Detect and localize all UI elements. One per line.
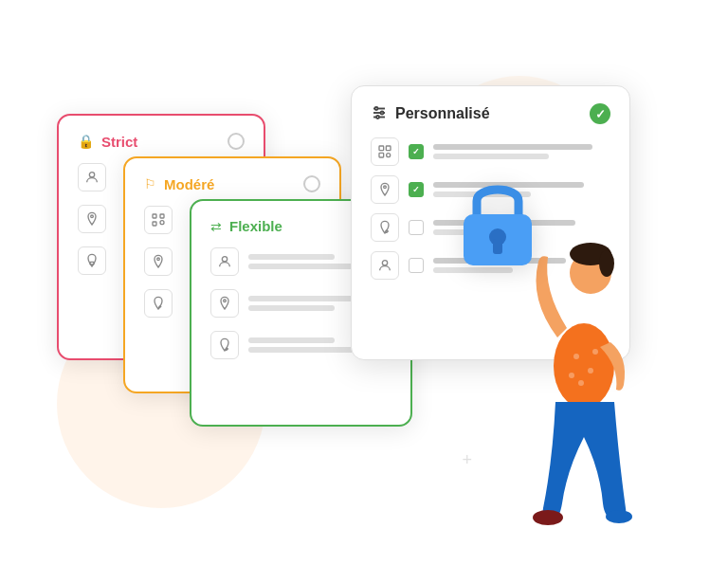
svg-rect-3 — [153, 214, 156, 218]
pcard-extra-icon-box — [371, 251, 399, 280]
strict-card-header: 🔒 Strict — [78, 133, 245, 150]
pcard-row-1 — [371, 137, 610, 166]
modere-location-icon-box — [144, 247, 173, 276]
sliders-icon — [371, 104, 388, 124]
pcard-location-edit-icon-box — [371, 213, 399, 242]
pcard-row-1-lines — [433, 144, 610, 159]
pcard-checkbox-2-checked[interactable] — [409, 182, 424, 197]
modere-location-edit-icon-box — [144, 289, 173, 318]
line-short — [248, 254, 335, 260]
pcard-location-icon-box — [371, 175, 399, 204]
flexible-location-edit-icon-box — [210, 331, 239, 359]
svg-rect-4 — [160, 214, 164, 218]
svg-rect-17 — [386, 146, 391, 151]
svg-point-8 — [222, 257, 227, 262]
svg-point-29 — [533, 510, 563, 525]
svg-rect-16 — [379, 146, 384, 151]
svg-point-6 — [160, 221, 164, 225]
svg-point-31 — [573, 354, 579, 359]
modere-title: Modéré — [164, 176, 214, 192]
svg-point-9 — [224, 300, 227, 302]
flag-icon: ⚐ — [144, 176, 156, 191]
location-icon-box — [78, 205, 106, 233]
pline — [433, 154, 549, 159]
svg-point-21 — [382, 261, 387, 265]
svg-point-28 — [554, 323, 614, 409]
lock-container — [446, 171, 550, 279]
pcard-checkbox-3-empty[interactable] — [409, 220, 424, 235]
location-lock-icon-box — [78, 246, 106, 275]
personnalise-card-header: Personnalisé — [371, 103, 610, 124]
pcard-checkbox-4-empty[interactable] — [409, 258, 424, 273]
pcard-user-icon-box — [371, 137, 399, 166]
svg-rect-2 — [90, 262, 94, 264]
svg-point-1 — [91, 215, 94, 218]
user-icon-box — [78, 163, 106, 191]
lock-icon: 🔒 — [78, 134, 94, 149]
svg-point-19 — [387, 154, 391, 157]
flexible-title: Flexible — [229, 218, 282, 234]
personnalise-check — [590, 103, 610, 124]
pcard-checkbox-1-checked[interactable] — [409, 144, 424, 159]
svg-point-32 — [588, 368, 593, 374]
pline — [433, 144, 592, 150]
svg-point-13 — [375, 107, 378, 110]
svg-point-35 — [569, 373, 574, 378]
main-scene: + + 🔒 Strict — [0, 0, 728, 565]
svg-point-30 — [606, 510, 632, 523]
line-short — [248, 305, 335, 311]
svg-point-15 — [376, 116, 379, 118]
svg-rect-5 — [153, 222, 156, 226]
plus-decoration-2: + — [462, 450, 472, 470]
person-figure — [482, 233, 652, 537]
svg-point-27 — [599, 250, 614, 277]
svg-rect-18 — [379, 153, 384, 157]
modere-card-header: ⚐ Modéré — [144, 175, 320, 192]
svg-rect-24 — [493, 239, 502, 254]
scan-user-icon-box — [144, 206, 173, 234]
flexible-location-icon-box — [210, 289, 239, 318]
person-svg — [482, 233, 652, 537]
svg-point-7 — [157, 258, 160, 261]
strict-radio[interactable] — [228, 133, 245, 150]
arrows-icon: ⇄ — [210, 219, 222, 234]
modere-radio[interactable] — [303, 175, 320, 192]
svg-point-33 — [578, 380, 584, 386]
svg-point-34 — [592, 349, 598, 355]
big-lock-icon — [446, 171, 550, 275]
personnalise-title: Personnalisé — [395, 105, 490, 122]
svg-point-14 — [381, 111, 384, 114]
flexible-user-icon-box — [210, 247, 239, 276]
strict-title: Strict — [101, 134, 137, 150]
line-short — [248, 337, 335, 343]
svg-point-20 — [384, 186, 387, 189]
svg-point-0 — [89, 173, 94, 177]
